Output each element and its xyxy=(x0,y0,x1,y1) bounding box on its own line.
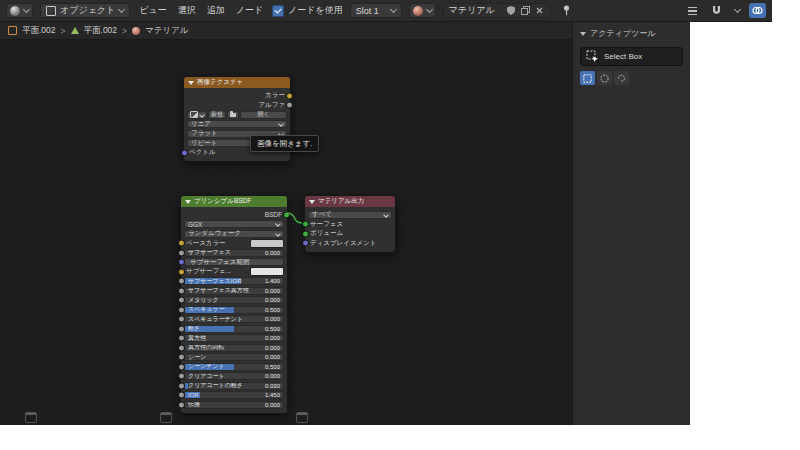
snap-options-dropdown[interactable] xyxy=(732,3,742,18)
material-slot-dropdown[interactable]: Slot 1 xyxy=(350,3,402,18)
input-socket[interactable] xyxy=(178,382,185,389)
input-socket[interactable] xyxy=(178,278,185,285)
input-socket[interactable] xyxy=(178,287,185,294)
distribution-dropdown[interactable]: GGX xyxy=(184,220,284,228)
input-socket[interactable] xyxy=(178,306,185,313)
bsdf-output-socket[interactable] xyxy=(283,211,290,218)
principled-bsdf-node[interactable]: プリンシプルBSDF BSDF GGX ランダムウォーク ベースカラーサブサーフ… xyxy=(180,195,288,414)
input-socket[interactable] xyxy=(178,363,185,370)
editor-type-button[interactable] xyxy=(6,3,33,18)
value-slider[interactable]: 異方性0.000 xyxy=(184,334,284,342)
collapse-icon[interactable] xyxy=(185,200,191,204)
node-editor-canvas[interactable]: 画像テクスチャ カラーアルファ 新規 開く リニア フラット xyxy=(0,40,572,425)
input-socket[interactable] xyxy=(302,230,309,237)
unlink-x-icon[interactable] xyxy=(534,5,545,16)
slider-row[interactable]: IOR1.450 xyxy=(184,391,284,399)
tool-settings-icon[interactable] xyxy=(684,3,701,18)
material-output-node[interactable]: マテリアル出力 すべて サーフェスボリュームディスプレイスメント xyxy=(304,195,396,253)
breadcrumb-material[interactable]: マテリアル xyxy=(145,25,189,37)
active-tool-button[interactable]: Select Box xyxy=(580,47,683,66)
input-socket[interactable] xyxy=(178,297,185,304)
material-name-field[interactable]: マテリアル xyxy=(443,3,551,18)
value-slider[interactable]: シーンチント0.500 xyxy=(184,363,284,371)
slider-row[interactable]: サブサーフェスIOR1.400 xyxy=(184,277,284,285)
slider-row[interactable]: 異方性0.000 xyxy=(184,334,284,342)
value-slider[interactable]: 伝播0.000 xyxy=(184,401,284,409)
tool-select-circle-icon[interactable] xyxy=(597,71,612,85)
active-tool-panel-header[interactable]: アクティブツール xyxy=(580,28,683,39)
output-socket[interactable] xyxy=(286,102,293,109)
input-socket[interactable] xyxy=(178,392,185,399)
tool-select-box-icon[interactable] xyxy=(580,71,595,85)
material-browse-button[interactable] xyxy=(409,3,436,18)
material-output-node-header[interactable]: マテリアル出力 xyxy=(305,196,395,207)
input-socket[interactable] xyxy=(302,240,309,247)
collapse-icon[interactable] xyxy=(309,200,315,204)
output-row[interactable]: アルファ xyxy=(187,101,287,109)
slider-row[interactable]: サブサーフェス0.000 xyxy=(184,249,284,257)
value-slider[interactable]: クリアコートの粗さ0.030 xyxy=(184,382,284,390)
panel-toggle-icon[interactable] xyxy=(160,412,172,423)
panel-toggle-icon[interactable] xyxy=(296,412,308,423)
subsurface-method-dropdown[interactable]: ランダムウォーク xyxy=(184,230,284,238)
menu-add[interactable]: 追加 xyxy=(205,4,227,17)
slider-row[interactable]: シーンチント0.500 xyxy=(184,363,284,371)
tool-select-lasso-icon[interactable] xyxy=(614,71,629,85)
value-slider[interactable]: 粗さ0.500 xyxy=(184,325,284,333)
image-texture-node-header[interactable]: 画像テクスチャ xyxy=(184,77,290,88)
color-swatch[interactable] xyxy=(250,267,284,276)
interpolation-dropdown[interactable]: リニア xyxy=(187,120,287,128)
color-swatch[interactable] xyxy=(250,239,284,248)
slider-row[interactable]: クリアコート0.000 xyxy=(184,372,284,380)
color-input-row[interactable]: ベースカラー xyxy=(184,239,284,247)
vector-input-row[interactable]: サブサーフェス範囲 xyxy=(184,258,284,266)
principled-bsdf-node-header[interactable]: プリンシプルBSDF xyxy=(181,196,287,207)
pin-icon[interactable] xyxy=(558,3,575,18)
output-socket[interactable] xyxy=(286,92,293,99)
value-slider[interactable]: スペキュラー0.500 xyxy=(184,306,284,314)
input-socket[interactable] xyxy=(178,240,185,247)
slider-row[interactable]: 異方性の回転0.000 xyxy=(184,344,284,352)
snap-magnet-icon[interactable] xyxy=(708,3,725,18)
slider-row[interactable]: メタリック0.000 xyxy=(184,296,284,304)
color-input-row[interactable]: サブサーフェ... xyxy=(184,268,284,276)
image-browse-icon[interactable] xyxy=(187,111,207,119)
input-socket[interactable] xyxy=(178,401,185,408)
value-slider[interactable]: サブサーフェス異方性0.000 xyxy=(184,287,284,295)
value-slider[interactable]: クリアコート0.000 xyxy=(184,372,284,380)
output-row[interactable]: BSDF xyxy=(184,211,284,219)
vector-field[interactable]: サブサーフェス範囲 xyxy=(184,258,284,266)
slider-row[interactable]: スペキュラーチント0.000 xyxy=(184,315,284,323)
input-socket[interactable] xyxy=(178,354,185,361)
new-image-button[interactable]: 新規 xyxy=(208,111,226,119)
slider-row[interactable]: 伝播0.000 xyxy=(184,401,284,409)
output-target-dropdown[interactable]: すべて xyxy=(308,211,392,219)
menu-select[interactable]: 選択 xyxy=(176,4,198,17)
input-socket[interactable] xyxy=(178,325,185,332)
slider-row[interactable]: クリアコートの粗さ0.030 xyxy=(184,382,284,390)
breadcrumb-mesh[interactable]: 平面.002 xyxy=(84,25,118,37)
slider-row[interactable]: 粗さ0.500 xyxy=(184,325,284,333)
open-folder-icon[interactable] xyxy=(227,111,239,119)
value-slider[interactable]: スペキュラーチント0.000 xyxy=(184,315,284,323)
new-material-copy-icon[interactable] xyxy=(520,5,531,16)
menu-view[interactable]: ビュー xyxy=(137,4,168,17)
input-socket[interactable] xyxy=(178,259,185,266)
slider-row[interactable]: サブサーフェス異方性0.000 xyxy=(184,287,284,295)
collapse-icon[interactable] xyxy=(188,81,194,85)
input-socket[interactable] xyxy=(302,221,309,228)
menu-node[interactable]: ノード xyxy=(234,4,265,17)
output-row[interactable]: カラー xyxy=(187,92,287,100)
input-row[interactable]: ディスプレイスメント xyxy=(308,239,392,247)
input-socket[interactable] xyxy=(181,149,188,156)
value-slider[interactable]: サブサーフェスIOR1.400 xyxy=(184,277,284,285)
input-socket[interactable] xyxy=(178,373,185,380)
value-slider[interactable]: シーン0.000 xyxy=(184,353,284,361)
value-slider[interactable]: サブサーフェス0.000 xyxy=(184,249,284,257)
input-socket[interactable] xyxy=(178,249,185,256)
value-slider[interactable]: 異方性の回転0.000 xyxy=(184,344,284,352)
panel-toggle-icon[interactable] xyxy=(25,412,37,423)
input-socket[interactable] xyxy=(178,268,185,275)
input-socket[interactable] xyxy=(178,344,185,351)
input-socket[interactable] xyxy=(178,335,185,342)
